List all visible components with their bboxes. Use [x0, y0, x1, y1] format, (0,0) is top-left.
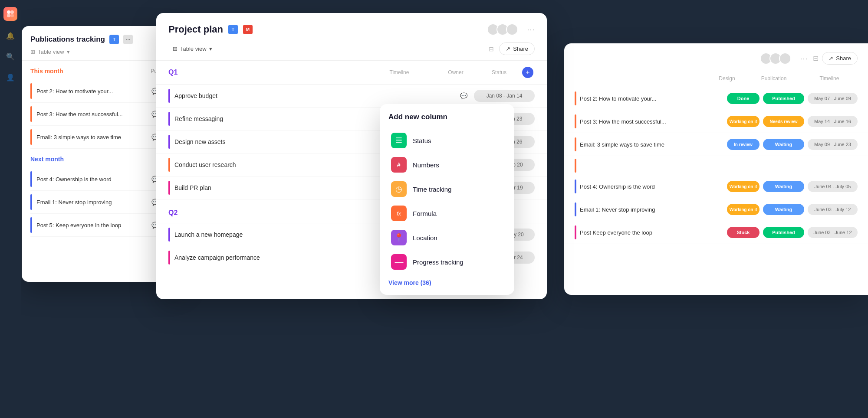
right-row-bar — [575, 114, 576, 128]
filter-icon[interactable]: ⊟ — [489, 46, 494, 52]
pub-item-text-3: Email: 3 simple ways to save time — [36, 134, 147, 140]
logo[interactable] — [3, 7, 17, 21]
chat-button[interactable]: 💬 — [457, 90, 470, 102]
right-table-row: Post 4: Ownership is the word Working on… — [564, 175, 868, 198]
bar-4 — [30, 171, 32, 187]
pub-item-text-5: Email 1: Never stop improving — [36, 199, 147, 206]
design-status: Done — [727, 93, 760, 104]
right-table-row: Email: 3 simple ways to save time In rev… — [564, 133, 868, 156]
share-icon: ↗ — [506, 46, 510, 52]
pub-item-3: Email: 3 simple ways to save time 💬 — [30, 126, 174, 149]
time-icon: ◷ — [391, 181, 407, 197]
design-status: Working on it — [727, 204, 760, 215]
dropdown-item-formula[interactable]: fx Formula — [388, 201, 506, 225]
proj-avatar-3 — [506, 23, 518, 36]
pub-icon-2: ⋯ — [123, 35, 133, 44]
share-label: Share — [513, 46, 528, 52]
right-row-name: Post 4: Ownership is the word — [580, 183, 723, 190]
pub-item-1: Post 2: How to motivate your... 💬 — [30, 80, 174, 103]
q2-label: Q2 — [168, 209, 365, 217]
row-bar — [168, 251, 170, 265]
timeline-pill: Jan 08 - Jan 14 — [474, 90, 535, 102]
right-more-icon[interactable]: ⋯ — [800, 54, 808, 63]
svg-point-2 — [7, 14, 10, 17]
status-label: Status — [413, 137, 431, 144]
q1-status-col: Status — [477, 69, 521, 75]
timeline-value: May 14 - June 16 — [808, 116, 858, 127]
progress-icon: — — [391, 254, 407, 270]
more-options-icon[interactable]: ⋯ — [527, 25, 535, 34]
table-icon: ⊞ — [30, 49, 35, 55]
right-row-bar — [575, 91, 576, 105]
right-row-bar — [575, 180, 576, 193]
right-toolbar: ⋯ ⊟ ↗ Share — [575, 52, 858, 70]
proj-view-btn[interactable]: ⊞ Table view ▾ — [168, 43, 217, 54]
pub-status: Published — [763, 93, 804, 104]
right-filter-icon[interactable]: ⊟ — [813, 54, 819, 62]
right-table-row — [564, 156, 868, 175]
dropdown-item-progress[interactable]: — Progress tracking — [388, 250, 506, 274]
right-table-row: Post 2: How to motivate your... Done Pub… — [564, 87, 868, 110]
pub-status: Published — [763, 227, 804, 238]
right-share-button[interactable]: ↗ Share — [822, 52, 858, 65]
next-month-section: Next month — [30, 156, 174, 163]
design-status: Working on it — [727, 116, 760, 127]
pub-item-text-1: Post 2: How to motivate your... — [36, 88, 147, 95]
right-avatar-3 — [779, 52, 791, 65]
person-icon[interactable]: 👤 — [4, 71, 16, 83]
timeline-value: June 03 - June 12 — [808, 227, 858, 238]
pub-item-text-6: Post 5: Keep everyone in the loop — [36, 222, 147, 229]
row-bar — [168, 89, 170, 103]
proj-icon-2: M — [243, 25, 253, 34]
notifications-icon[interactable]: 🔔 — [4, 29, 16, 42]
dropdown-item-time[interactable]: ◷ Time tracking — [388, 177, 506, 201]
right-row-bar — [575, 159, 576, 173]
row-bar — [168, 112, 170, 126]
row-bar — [168, 135, 170, 149]
pub-item-5: Email 1: Never stop improving 💬 — [30, 191, 174, 214]
right-share-icon: ↗ — [829, 55, 833, 62]
formula-icon: fx — [391, 206, 407, 221]
pub-item-4: Post 4: Ownership is the word 💬 — [30, 168, 174, 191]
right-row-bar — [575, 202, 576, 216]
numbers-label: Numbers — [413, 161, 439, 169]
pub-status: Waiting — [763, 139, 804, 150]
row-bar — [168, 158, 170, 172]
right-window: ⋯ ⊟ ↗ Share Design Publication Timeline … — [564, 43, 868, 295]
view-more-link[interactable]: View more (36) — [388, 279, 506, 286]
share-button[interactable]: ↗ Share — [499, 42, 535, 55]
chevron-down-icon: ▾ — [67, 49, 70, 55]
time-label: Time tracking — [413, 186, 451, 193]
search-icon[interactable]: 🔍 — [4, 50, 16, 62]
pub-item-6: Post 5: Keep everyone in the loop 💬 — [30, 214, 174, 237]
progress-label: Progress tracking — [413, 258, 464, 266]
right-table-row: Email 1: Never stop improving Working on… — [564, 198, 868, 221]
location-label: Location — [413, 234, 437, 242]
next-month-label: Next month — [30, 156, 64, 163]
dropdown-item-location[interactable]: 📍 Location — [388, 225, 506, 250]
dropdown-item-status[interactable]: ☰ Status — [388, 128, 506, 153]
timeline-value: May 07 - June 09 — [808, 93, 858, 104]
right-row-name: Email: 3 simple ways to save time — [580, 141, 723, 148]
timeline-col-header: Timeline — [801, 75, 858, 82]
pub-status: Waiting — [763, 181, 804, 192]
design-status: In review — [727, 139, 760, 150]
pub-item-text-4: Post 4: Ownership is the word — [36, 176, 147, 183]
bar-6 — [30, 217, 32, 233]
pub-view-label[interactable]: Table view — [38, 49, 64, 55]
q1-label: Q1 — [168, 69, 365, 76]
row-name: Approve budget — [174, 92, 453, 99]
chevron-down-proj: ▾ — [209, 46, 212, 52]
row-bar — [168, 228, 170, 242]
dropdown-item-numbers[interactable]: # Numbers — [388, 153, 506, 177]
add-column-button[interactable]: + — [522, 67, 533, 78]
timeline-value: June 03 - July 12 — [808, 204, 858, 215]
right-table-row: Post 3: How the most successful... Worki… — [564, 110, 868, 133]
q1-header: Q1 Timeline Owner Status + — [156, 61, 547, 85]
right-share-label: Share — [836, 55, 851, 62]
pub-title: Publications tracking — [30, 35, 105, 44]
table-icon-proj: ⊞ — [173, 46, 178, 52]
numbers-icon: # — [391, 157, 407, 173]
pub-status: Waiting — [763, 204, 804, 215]
right-header: ⋯ ⊟ ↗ Share — [564, 43, 868, 70]
